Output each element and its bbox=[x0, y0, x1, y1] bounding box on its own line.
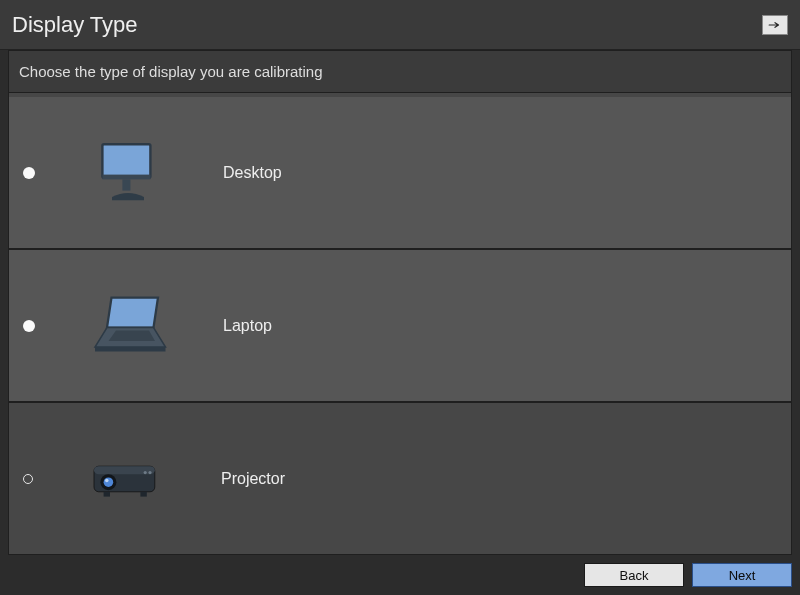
option-projector[interactable]: Projector bbox=[9, 401, 791, 554]
footer: Back Next bbox=[0, 555, 800, 595]
projector-icon bbox=[61, 451, 191, 507]
header: Display Type bbox=[0, 0, 800, 50]
svg-marker-5 bbox=[109, 330, 156, 341]
options-list: Desktop Laptop bbox=[9, 97, 791, 554]
content-panel: Choose the type of display you are calib… bbox=[8, 50, 792, 555]
page-title: Display Type bbox=[12, 12, 138, 38]
svg-point-11 bbox=[105, 478, 109, 482]
svg-rect-1 bbox=[102, 174, 150, 179]
desktop-monitor-icon bbox=[63, 133, 193, 213]
svg-point-10 bbox=[104, 477, 114, 487]
header-unpin-button[interactable] bbox=[762, 15, 788, 35]
svg-rect-2 bbox=[122, 179, 130, 190]
instruction-text: Choose the type of display you are calib… bbox=[9, 51, 791, 93]
radio-desktop[interactable] bbox=[23, 167, 35, 179]
option-laptop[interactable]: Laptop bbox=[9, 248, 791, 401]
svg-rect-0 bbox=[102, 144, 150, 178]
option-label: Desktop bbox=[223, 164, 282, 182]
pin-arrow-icon bbox=[768, 20, 782, 30]
option-label: Projector bbox=[221, 470, 285, 488]
svg-point-14 bbox=[144, 471, 147, 474]
svg-marker-6 bbox=[95, 347, 166, 352]
option-desktop[interactable]: Desktop bbox=[9, 97, 791, 248]
svg-rect-12 bbox=[104, 491, 110, 496]
radio-laptop[interactable] bbox=[23, 320, 35, 332]
svg-marker-3 bbox=[107, 297, 158, 327]
next-button[interactable]: Next bbox=[692, 563, 792, 587]
svg-rect-13 bbox=[140, 491, 146, 496]
option-label: Laptop bbox=[223, 317, 272, 335]
laptop-icon bbox=[63, 286, 193, 366]
radio-projector[interactable] bbox=[23, 474, 33, 484]
back-button[interactable]: Back bbox=[584, 563, 684, 587]
svg-point-15 bbox=[148, 471, 151, 474]
